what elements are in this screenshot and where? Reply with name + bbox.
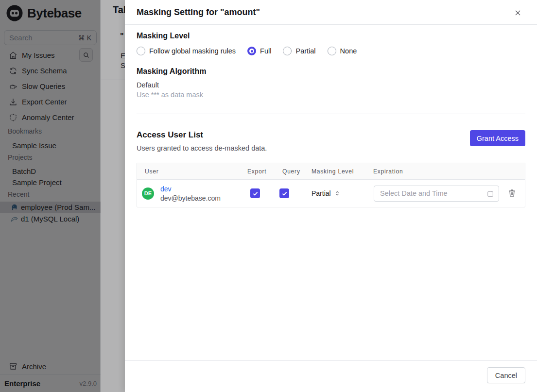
- masking-level-heading: Masking Level: [137, 32, 525, 40]
- sync-icon: [9, 67, 17, 75]
- col-expiration: Expiration: [370, 168, 525, 175]
- project-batchd[interactable]: BatchD: [0, 166, 101, 177]
- access-user-list-description: Users granted to access de-masked data.: [137, 144, 267, 152]
- search-shortcut: ⌘ K: [78, 34, 91, 42]
- divider: [101, 80, 125, 80]
- shield-icon: [9, 113, 17, 122]
- archive-icon: [9, 362, 17, 371]
- logo-text: Bytebase: [27, 6, 82, 21]
- user-cell: DE dev dev@bytebase.com: [137, 185, 247, 202]
- table-row: DE dev dev@bytebase.com: [137, 180, 525, 207]
- background-page-title: Tab: [113, 4, 125, 16]
- avatar: DE: [142, 187, 154, 200]
- home-icon: [9, 51, 17, 60]
- search-placeholder: Search: [9, 34, 33, 42]
- background-page-strip: Tab " E S: [101, 0, 125, 392]
- recent-database-employee[interactable]: employee (Prod Sam...: [0, 202, 101, 213]
- chevron-updown-icon: [334, 190, 340, 196]
- check-icon: [281, 190, 288, 197]
- masking-level-select[interactable]: Partial: [312, 189, 370, 197]
- sidebar: Bytebase Search ⌘ K My Issues Sync Schem…: [0, 0, 101, 392]
- project-sample-project[interactable]: Sample Project: [0, 177, 101, 188]
- masking-algorithm-heading: Masking Algorithm: [137, 67, 525, 76]
- bytebase-logo-icon: [6, 4, 23, 22]
- radio-icon[interactable]: [328, 47, 336, 55]
- col-query: Query: [279, 168, 312, 175]
- divider: [101, 25, 125, 25]
- expiration-date-input[interactable]: [374, 186, 499, 202]
- plan-label[interactable]: Enterprise: [4, 379, 40, 388]
- download-icon: [9, 98, 17, 106]
- sidebar-item-export-center[interactable]: Export Center: [0, 95, 101, 108]
- export-checkbox[interactable]: [250, 188, 260, 198]
- sidebar-footer: Enterprise v2.9.0: [0, 375, 101, 392]
- mysql-icon: [10, 215, 18, 223]
- table-header-row: User Export Query Masking Level Expirati…: [137, 163, 525, 180]
- recent-database-d1[interactable]: d1 (MySQL Local): [0, 213, 101, 224]
- date-input[interactable]: [374, 186, 499, 201]
- expiration-cell: [370, 186, 525, 202]
- col-export: Export: [247, 168, 279, 175]
- modal-body: Masking Level Follow global masking rule…: [125, 25, 537, 207]
- masking-setting-modal: Masking Setting for "amount" Masking Lev…: [125, 0, 537, 392]
- radio-icon[interactable]: [283, 47, 292, 55]
- user-name-link[interactable]: dev: [160, 185, 221, 193]
- postgres-icon: [10, 203, 18, 211]
- access-user-list-heading: Access User List: [137, 130, 267, 140]
- check-icon: [252, 190, 259, 197]
- col-user: User: [137, 168, 247, 175]
- radio-icon[interactable]: [137, 47, 145, 55]
- version-label: v2.9.0: [80, 380, 97, 387]
- bookmark-sample-issue[interactable]: Sample Issue: [0, 140, 101, 151]
- modal-header: Masking Setting for "amount": [125, 0, 537, 25]
- search-input[interactable]: Search ⌘ K: [4, 30, 97, 45]
- masking-algorithm-name: Default: [137, 81, 525, 89]
- masking-algorithm-description: Use *** as data mask: [137, 91, 525, 99]
- radio-follow-global[interactable]: Follow global masking rules: [137, 47, 236, 55]
- section-bookmarks: Bookmarks: [8, 127, 42, 135]
- query-checkbox[interactable]: [279, 188, 289, 198]
- sidebar-item-archive[interactable]: Archive: [0, 360, 101, 373]
- tree-search-button[interactable]: [79, 48, 93, 62]
- bytebase-logo[interactable]: Bytebase: [6, 4, 82, 22]
- sidebar-item-anomaly-center[interactable]: Anomaly Center: [0, 111, 101, 124]
- section-recent: Recent: [8, 190, 29, 198]
- app-root: Bytebase Search ⌘ K My Issues Sync Schem…: [0, 0, 537, 392]
- close-icon: [514, 9, 522, 17]
- sidebar-item-slow-queries[interactable]: Slow Queries: [0, 80, 101, 93]
- grant-access-button[interactable]: Grant Access: [470, 130, 525, 146]
- masking-level-radio-group: Follow global masking rules Full Partial…: [137, 47, 525, 55]
- divider: [137, 114, 525, 114]
- radio-none[interactable]: None: [328, 47, 357, 55]
- close-button[interactable]: [511, 6, 524, 19]
- modal-footer: Cancel: [125, 360, 537, 392]
- radio-full[interactable]: Full: [247, 47, 271, 55]
- access-user-table: User Export Query Masking Level Expirati…: [137, 163, 525, 207]
- radio-partial[interactable]: Partial: [283, 47, 315, 55]
- turtle-icon: [9, 82, 17, 91]
- cancel-button[interactable]: Cancel: [487, 367, 525, 383]
- col-masking-level: Masking Level: [312, 168, 370, 175]
- radio-selected-icon[interactable]: [247, 47, 256, 55]
- sidebar-item-sync-schema[interactable]: Sync Schema: [0, 64, 101, 77]
- calendar-icon[interactable]: [486, 190, 494, 198]
- access-section-header: Access User List Users granted to access…: [137, 130, 525, 152]
- trash-icon: [507, 188, 517, 198]
- modal-title: Masking Setting for "amount": [137, 7, 260, 17]
- user-email: dev@bytebase.com: [160, 194, 221, 202]
- section-projects: Projects: [8, 153, 33, 161]
- search-icon: [83, 51, 90, 59]
- delete-user-button[interactable]: [507, 188, 517, 198]
